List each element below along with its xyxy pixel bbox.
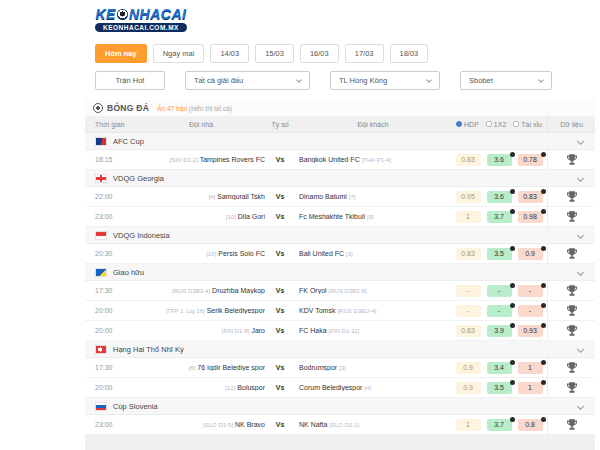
- odds-away[interactable]: 0.8: [518, 419, 543, 431]
- odds-detail-icon[interactable]: [510, 209, 515, 214]
- odds-draw[interactable]: -: [487, 305, 512, 317]
- away-team-cell[interactable]: KDV Tomsk [RUS D3EU-4]: [295, 307, 451, 314]
- away-team-cell[interactable]: Bodrumspor [3]: [295, 364, 451, 371]
- away-team-cell[interactable]: FC Haka [FIN D1-11]: [295, 327, 451, 334]
- data-cell[interactable]: [547, 150, 595, 169]
- chevron-down-icon[interactable]: [577, 231, 584, 238]
- odds-detail-icon[interactable]: [541, 380, 546, 385]
- home-team-cell[interactable]: [SLO D1-5] NK Bravo: [137, 421, 265, 428]
- match-row[interactable]: 23:00 [10] Dila Gori Vs Fc Meshakhte Tki…: [85, 207, 595, 227]
- odds-away[interactable]: 0.9: [518, 248, 543, 260]
- home-team-cell[interactable]: [8] 76 Igdir Belediye spor: [137, 364, 265, 371]
- odds-detail-icon[interactable]: [541, 303, 546, 308]
- odds-type-option[interactable]: Tài xỉu: [513, 121, 542, 128]
- home-team-cell[interactable]: [RUS D3B3-4] Druzhba Maykop: [137, 287, 265, 294]
- chevron-down-icon[interactable]: [577, 345, 584, 352]
- hot-matches-button[interactable]: Trận Hot: [95, 71, 165, 90]
- league-header[interactable]: VDQG Indonesia: [85, 227, 595, 244]
- chevron-down-icon[interactable]: [577, 402, 584, 409]
- odds-draw[interactable]: 3.7: [487, 211, 512, 223]
- data-cell[interactable]: [547, 415, 595, 434]
- away-team-cell[interactable]: Corum Belediyespor [4]: [295, 384, 451, 391]
- match-row[interactable]: 20:00 [TFF 1. Lig 16] Serik Belediyespor…: [85, 301, 595, 321]
- league-header[interactable]: Cúp Slovenia: [85, 398, 595, 415]
- odds-detail-icon[interactable]: [541, 152, 546, 157]
- odds-draw[interactable]: 3.5: [487, 248, 512, 260]
- odds-draw[interactable]: 3.7: [487, 419, 512, 431]
- away-team-cell[interactable]: Bali United FC [3]: [295, 250, 451, 257]
- odds-detail-icon[interactable]: [510, 303, 515, 308]
- odds-draw[interactable]: 3.4: [487, 362, 512, 374]
- odds-detail-icon[interactable]: [541, 189, 546, 194]
- odds-detail-icon[interactable]: [541, 283, 546, 288]
- date-tab-5[interactable]: 17/03: [345, 44, 384, 63]
- data-cell[interactable]: [547, 207, 595, 226]
- odds-detail-icon[interactable]: [541, 246, 546, 251]
- site-logo[interactable]: KE NHACAI KEONHACAI.COM.MX: [95, 6, 187, 32]
- radio-icon[interactable]: [486, 121, 492, 127]
- match-row[interactable]: 17:30 [RUS D3B3-4] Druzhba Maykop Vs FK …: [85, 281, 595, 301]
- match-row[interactable]: 20:00 [12] Boluspor Vs Corum Belediyespo…: [85, 378, 595, 398]
- odds-draw[interactable]: 3.5: [487, 382, 512, 394]
- odds-draw[interactable]: -: [487, 285, 512, 297]
- match-row[interactable]: 20:00 [FIN D1-8] Jaro Vs FC Haka [FIN D1…: [85, 321, 595, 341]
- odds-detail-icon[interactable]: [541, 323, 546, 328]
- match-row[interactable]: 23:00 [SLO D1-5] NK Bravo Vs NK Nafta [S…: [85, 415, 595, 435]
- odds-detail-icon[interactable]: [510, 380, 515, 385]
- home-team-cell[interactable]: [4] Samgurali Tskh: [137, 193, 265, 200]
- chevron-down-icon[interactable]: [577, 174, 584, 181]
- odds-home[interactable]: -: [456, 285, 481, 297]
- away-team-cell[interactable]: FK Oryol [RUS D3B2-8]: [295, 287, 451, 294]
- radio-icon[interactable]: [456, 121, 462, 127]
- league-header[interactable]: Giao hữu: [85, 264, 595, 281]
- odds-detail-icon[interactable]: [510, 189, 515, 194]
- odds-away[interactable]: -: [518, 305, 543, 317]
- odds-home[interactable]: -: [456, 305, 481, 317]
- odds-detail-icon[interactable]: [510, 283, 515, 288]
- odds-home[interactable]: 0.83: [456, 248, 481, 260]
- date-tab-3[interactable]: 15/03: [255, 44, 294, 63]
- odds-home[interactable]: 0.9: [456, 382, 481, 394]
- odds-detail-icon[interactable]: [510, 417, 515, 422]
- home-team-cell[interactable]: [FIN D1-8] Jaro: [137, 327, 265, 334]
- away-team-cell[interactable]: Fc Meshakhte Tkibuli [9]: [295, 213, 451, 220]
- match-row[interactable]: 18:15 [SIN D1-2] Tampines Rovers FC Vs B…: [85, 150, 595, 170]
- odds-home[interactable]: 0.95: [456, 191, 481, 203]
- date-tab-1[interactable]: Ngày mai: [153, 44, 205, 63]
- league-header[interactable]: VDQG Georgia: [85, 170, 595, 187]
- data-cell[interactable]: [547, 358, 595, 377]
- odds-away[interactable]: 0.93: [518, 325, 543, 337]
- odds-home[interactable]: 0.83: [456, 325, 481, 337]
- odds-away[interactable]: 0.78: [518, 154, 543, 166]
- data-cell[interactable]: [547, 187, 595, 206]
- odds-draw[interactable]: 3.6: [487, 191, 512, 203]
- away-team-cell[interactable]: Bangkok United FC [THA P1-4]: [295, 156, 451, 163]
- odds-detail-icon[interactable]: [541, 209, 546, 214]
- date-tab-4[interactable]: 16/03: [300, 44, 339, 63]
- filter-select[interactable]: TL Hồng Kông: [330, 71, 440, 90]
- odds-detail-icon[interactable]: [510, 152, 515, 157]
- match-row[interactable]: 17:30 [8] 76 Igdir Belediye spor Vs Bodr…: [85, 358, 595, 378]
- odds-detail-icon[interactable]: [510, 246, 515, 251]
- hide-matches-note[interactable]: Ẩn 47 trận (hiển thị tất cả): [157, 105, 232, 112]
- data-cell[interactable]: [547, 321, 595, 340]
- match-row[interactable]: 22:00 [4] Samgurali Tskh Vs Dinamo Batum…: [85, 187, 595, 207]
- data-cell[interactable]: [547, 378, 595, 397]
- chevron-down-icon[interactable]: [577, 268, 584, 275]
- odds-away[interactable]: 0.98: [518, 211, 543, 223]
- home-team-cell[interactable]: [TFF 1. Lig 16] Serik Belediyespor: [137, 307, 265, 314]
- odds-away[interactable]: 0.83: [518, 191, 543, 203]
- odds-detail-icon[interactable]: [510, 360, 515, 365]
- odds-detail-icon[interactable]: [541, 417, 546, 422]
- data-cell[interactable]: [547, 301, 595, 320]
- data-cell[interactable]: [547, 281, 595, 300]
- away-team-cell[interactable]: Dinamo Batumi [7]: [295, 193, 451, 200]
- odds-home[interactable]: 0.9: [456, 362, 481, 374]
- filter-select[interactable]: Sbobet: [460, 71, 552, 90]
- radio-icon[interactable]: [513, 121, 519, 127]
- date-tab-6[interactable]: 18/03: [390, 44, 429, 63]
- home-team-cell[interactable]: [10] Dila Gori: [137, 213, 265, 220]
- odds-detail-icon[interactable]: [541, 360, 546, 365]
- filter-select[interactable]: Tất cả giải đấu: [185, 71, 310, 90]
- league-header[interactable]: AFC Cup: [85, 133, 595, 150]
